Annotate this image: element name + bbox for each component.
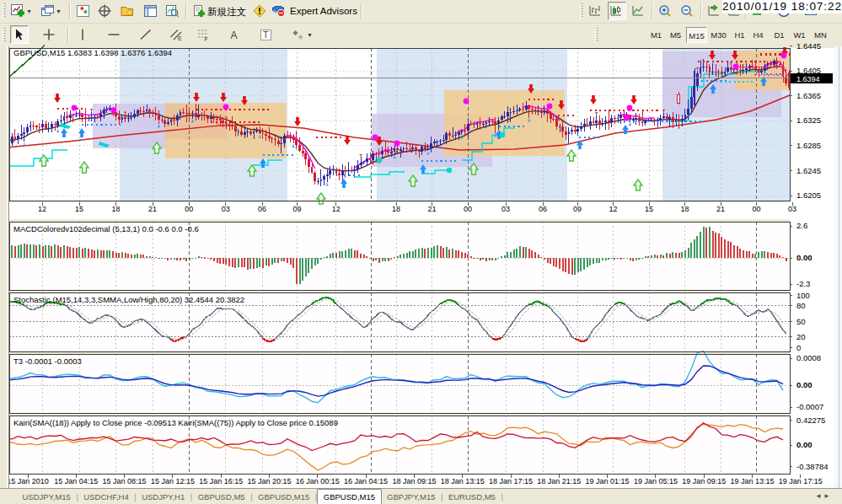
svg-text:15 Jan 20:15: 15 Jan 20:15 (247, 477, 291, 485)
svg-text:12: 12 (609, 205, 617, 213)
svg-text:15 Jan 16:15: 15 Jan 16:15 (199, 477, 243, 485)
svg-text:19 Jan 09:15: 19 Jan 09:15 (682, 477, 726, 485)
svg-text:06: 06 (258, 205, 266, 213)
svg-text:0.0008: 0.0008 (796, 353, 821, 362)
svg-text:00: 00 (185, 205, 193, 213)
svg-text:19 Jan 17:15: 19 Jan 17:15 (779, 477, 823, 485)
svg-text:15 Jan 04:15: 15 Jan 04:15 (54, 477, 98, 485)
svg-text:03: 03 (222, 205, 230, 213)
svg-text:00: 00 (464, 205, 472, 213)
svg-text:0.00: 0.00 (796, 253, 813, 262)
svg-text:15: 15 (645, 205, 653, 213)
svg-text:1.6365: 1.6365 (796, 91, 821, 100)
svg-text:100: 100 (796, 291, 810, 300)
svg-text:12: 12 (332, 205, 341, 213)
svg-text:03: 03 (501, 205, 510, 213)
svg-text:20: 20 (796, 332, 806, 341)
svg-text:1.6445: 1.6445 (796, 42, 821, 51)
svg-text:16 Jan 00:15: 16 Jan 00:15 (296, 477, 340, 485)
svg-text:0.00: 0.00 (796, 440, 813, 449)
svg-text:50: 50 (796, 317, 806, 326)
svg-text:21: 21 (427, 205, 436, 213)
svg-text:0: 0 (796, 343, 801, 352)
svg-text:18: 18 (111, 205, 120, 213)
svg-text:19 Jan 01:15: 19 Jan 01:15 (586, 477, 630, 485)
svg-text:03: 03 (788, 205, 796, 213)
svg-text:GBPUSD,M15 1.6383 1.6398 1.63: GBPUSD,M15 1.6383 1.6398 1.6376 1.6394 (13, 48, 172, 57)
svg-text:0.42275: 0.42275 (796, 416, 825, 425)
svg-text:T3 -0.0001 -0.0003: T3 -0.0001 -0.0003 (13, 357, 82, 366)
svg-text:00: 00 (752, 205, 760, 213)
svg-text:18 Jan 13:15: 18 Jan 13:15 (441, 477, 485, 485)
svg-text:19 Jan 05:15: 19 Jan 05:15 (634, 477, 678, 485)
svg-text:-2.3: -2.3 (796, 279, 810, 288)
svg-text:Kairi(SMA((18)) Apply to Close: Kairi(SMA((18)) Apply to Close price -0.… (13, 418, 338, 427)
svg-text:T: T (263, 29, 269, 40)
svg-text:1.6325: 1.6325 (796, 115, 821, 125)
svg-text:Stochastic (M15,14,3,3,SMMA,Lo: Stochastic (M15,14,3,3,SMMA,Low/High,80,… (13, 295, 244, 304)
svg-text:21: 21 (716, 205, 725, 213)
svg-text:18: 18 (392, 205, 400, 213)
svg-text:F: F (205, 36, 208, 42)
svg-text:1.6245: 1.6245 (796, 166, 821, 175)
svg-text:06: 06 (539, 205, 547, 213)
svg-text:0.00: 0.00 (796, 380, 813, 389)
svg-text:21: 21 (148, 205, 157, 213)
svg-text:E: E (178, 35, 182, 41)
svg-text:15 Jan 2010: 15 Jan 2010 (7, 477, 49, 485)
svg-text:1.6205: 1.6205 (796, 190, 821, 200)
svg-text:MACDColoredv102decimal (5,13,1: MACDColoredv102decimal (5,13,1) 0.0 -0.6… (13, 224, 199, 233)
svg-text:09: 09 (292, 205, 301, 213)
svg-text:-0.38784: -0.38784 (796, 462, 829, 471)
svg-text:18 Jan 21:15: 18 Jan 21:15 (537, 477, 581, 485)
svg-text:1.6285: 1.6285 (796, 141, 821, 150)
svg-text:09: 09 (573, 205, 582, 213)
svg-text:18: 18 (680, 205, 689, 213)
svg-text:15 Jan 08:15: 15 Jan 08:15 (103, 477, 147, 485)
svg-text:15: 15 (75, 205, 83, 213)
svg-text:18 Jan 09:15: 18 Jan 09:15 (392, 477, 436, 485)
svg-text:1.6394: 1.6394 (796, 75, 820, 83)
svg-text:15 Jan 12:15: 15 Jan 12:15 (151, 477, 195, 485)
svg-text:19 Jan 13:15: 19 Jan 13:15 (730, 477, 774, 485)
svg-text:80: 80 (796, 301, 806, 310)
svg-text:16 Jan 04:15: 16 Jan 04:15 (344, 477, 388, 485)
svg-text:A: A (230, 29, 237, 41)
svg-text:12: 12 (38, 205, 46, 213)
svg-text:2.6: 2.6 (796, 221, 807, 230)
svg-text:18 Jan 17:15: 18 Jan 17:15 (489, 477, 533, 485)
svg-text:-0.0007: -0.0007 (796, 402, 823, 411)
